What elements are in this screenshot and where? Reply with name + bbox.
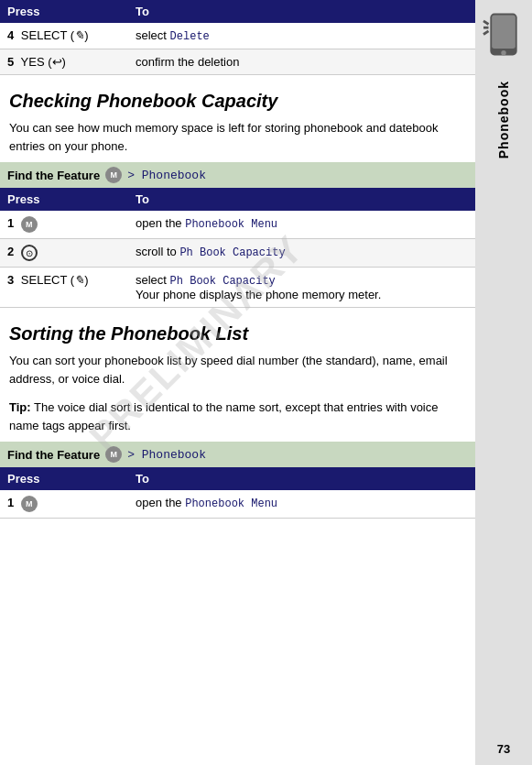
- row-num: 1: [7, 496, 14, 509]
- press-header-s1: Press: [0, 188, 128, 211]
- to-cell: open the Phonebook Menu: [128, 490, 475, 519]
- find-feature-1: Find the Feature M > Phonebook: [0, 162, 475, 188]
- extra-text: Your phone displays the phone memory met…: [136, 288, 381, 301]
- press-cell: 1 M: [0, 490, 128, 519]
- to-header-s2: To: [128, 467, 475, 490]
- main-content: Press To 4 SELECT (✎) select Delete 5: [0, 0, 475, 765]
- find-feature-label-1: Find the Feature: [7, 169, 100, 182]
- press-cell: 2 ⊙: [0, 239, 128, 268]
- to-cell: open the Phonebook Menu: [128, 211, 475, 239]
- right-sidebar: Phonebook 73: [475, 0, 532, 765]
- to-cell: confirm the deletion: [128, 49, 475, 75]
- table-row: 3 SELECT (✎) select Ph Book Capacity You…: [0, 268, 475, 308]
- to-cell: select Ph Book Capacity Your phone displ…: [128, 268, 475, 308]
- phone-icon-wrapper: [482, 9, 526, 62]
- row-num: 4: [7, 28, 14, 42]
- press-cell: 3 SELECT (✎): [0, 268, 128, 308]
- table-row: 1 M open the Phonebook Menu: [0, 211, 475, 239]
- svg-point-5: [501, 50, 506, 56]
- press-header: Press: [0, 0, 128, 23]
- menu-icon-2: M: [105, 446, 122, 463]
- press-cell: 4 SELECT (✎): [0, 23, 128, 49]
- find-feature-path-2: > Phonebook: [127, 448, 206, 462]
- code-value: Delete: [170, 30, 210, 43]
- to-header-s1: To: [128, 188, 475, 211]
- top-table: Press To 4 SELECT (✎) select Delete 5: [0, 0, 475, 75]
- press-header-s2: Press: [0, 467, 128, 490]
- code-value: Ph Book Capacity: [170, 275, 276, 288]
- to-cell: scroll to Ph Book Capacity: [128, 239, 475, 268]
- svg-line-4: [483, 31, 489, 35]
- find-feature-path-1: > Phonebook: [127, 169, 206, 182]
- to-header: To: [128, 0, 475, 23]
- row-num: 3: [7, 273, 14, 287]
- phone-icon: [482, 9, 526, 62]
- svg-rect-1: [492, 15, 516, 49]
- section1-heading: Checking Phonebook Capacity: [0, 75, 475, 115]
- svg-line-2: [483, 21, 489, 25]
- menu-icon: M: [21, 216, 38, 233]
- section2-table: Press To 1 M open the Phonebook Menu: [0, 467, 475, 519]
- tip-label: Tip:: [9, 400, 31, 414]
- menu-icon: M: [21, 496, 38, 512]
- section2-heading: Sorting the Phonebook List: [0, 308, 475, 348]
- table-row: 1 M open the Phonebook Menu: [0, 490, 475, 519]
- scroll-icon: ⊙: [21, 245, 38, 261]
- find-feature-label-2: Find the Feature: [7, 448, 100, 462]
- table-row: 5 YES (↩) confirm the deletion: [0, 49, 475, 75]
- row-num: 5: [7, 55, 14, 69]
- find-feature-2: Find the Feature M > Phonebook: [0, 442, 475, 467]
- row-num: 1: [7, 216, 14, 230]
- tip-content: The voice dial sort is identical to the …: [9, 400, 438, 432]
- page-wrapper: Press To 4 SELECT (✎) select Delete 5: [0, 0, 532, 765]
- press-cell: 1 M: [0, 211, 128, 239]
- press-cell: 5 YES (↩): [0, 49, 128, 75]
- menu-icon-1: M: [105, 167, 122, 183]
- code-value: Ph Book Capacity: [179, 246, 285, 259]
- code-value: Phonebook Menu: [185, 218, 277, 231]
- section2-body: You can sort your phonebook list by spee…: [0, 348, 475, 395]
- table-row: 4 SELECT (✎) select Delete: [0, 23, 475, 49]
- to-cell: select Delete: [128, 23, 475, 49]
- section1-table: Press To 1 M open the Phonebook Menu: [0, 188, 475, 308]
- page-number: 73: [497, 742, 510, 756]
- sidebar-label: Phonebook: [496, 81, 511, 158]
- tip-text: Tip: The voice dial sort is identical to…: [0, 395, 475, 442]
- section1-body: You can see how much memory space is lef…: [0, 115, 475, 162]
- table-row: 2 ⊙ scroll to Ph Book Capacity: [0, 239, 475, 268]
- code-value: Phonebook Menu: [185, 497, 277, 510]
- row-num: 2: [7, 245, 14, 258]
